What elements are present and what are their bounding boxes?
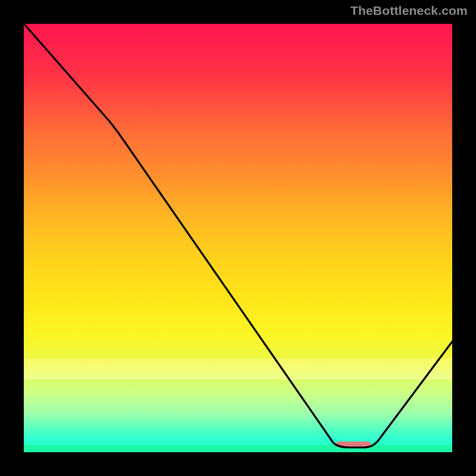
plot-area [24,24,452,452]
watermark-text: TheBottleneck.com [350,4,468,18]
chart-stage: TheBottleneck.com [0,0,476,476]
curve-path [25,25,452,447]
bottleneck-curve [24,24,452,452]
